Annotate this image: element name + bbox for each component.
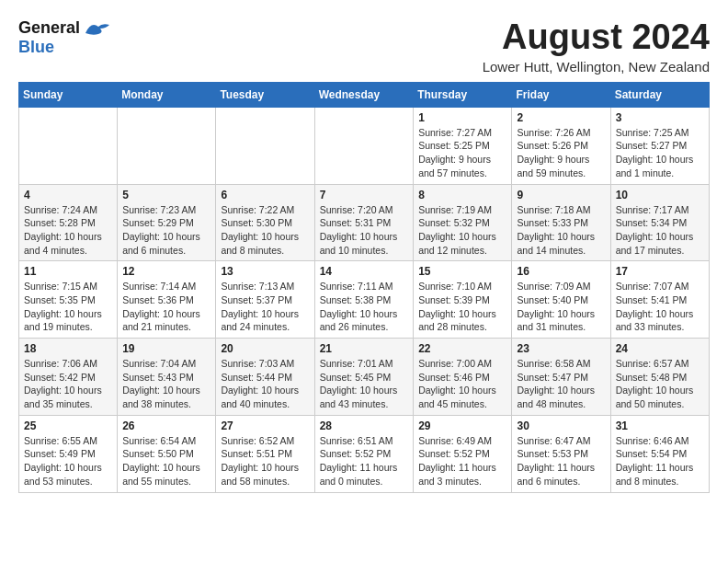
- calendar-cell: 30Sunrise: 6:47 AM Sunset: 5:53 PM Dayli…: [512, 415, 610, 492]
- title-area: August 2024 Lower Hutt, Wellington, New …: [483, 18, 710, 75]
- day-number: 29: [418, 419, 506, 432]
- calendar-cell: 14Sunrise: 7:11 AM Sunset: 5:38 PM Dayli…: [314, 261, 414, 339]
- calendar-cell: 13Sunrise: 7:13 AM Sunset: 5:37 PM Dayli…: [216, 261, 314, 339]
- calendar-cell: 18Sunrise: 7:06 AM Sunset: 5:42 PM Dayli…: [19, 339, 118, 416]
- calendar-week-2: 4Sunrise: 7:24 AM Sunset: 5:28 PM Daylig…: [19, 184, 710, 261]
- day-number: 14: [320, 265, 409, 278]
- weekday-header-friday: Friday: [512, 82, 610, 107]
- location-title: Lower Hutt, Wellington, New Zealand: [483, 59, 710, 75]
- day-number: 25: [24, 419, 112, 432]
- calendar-table: SundayMondayTuesdayWednesdayThursdayFrid…: [18, 82, 710, 493]
- day-info: Sunrise: 6:49 AM Sunset: 5:52 PM Dayligh…: [418, 434, 506, 488]
- calendar-cell: 1Sunrise: 7:27 AM Sunset: 5:25 PM Daylig…: [414, 107, 512, 184]
- logo-general-text: General: [18, 18, 80, 38]
- day-number: 12: [122, 265, 210, 278]
- day-number: 7: [320, 189, 409, 201]
- day-info: Sunrise: 6:51 AM Sunset: 5:52 PM Dayligh…: [320, 434, 409, 488]
- day-info: Sunrise: 7:20 AM Sunset: 5:31 PM Dayligh…: [320, 203, 409, 258]
- day-number: 15: [418, 265, 506, 278]
- calendar-cell: [118, 107, 216, 184]
- weekday-header-row: SundayMondayTuesdayWednesdayThursdayFrid…: [19, 82, 710, 107]
- day-info: Sunrise: 7:00 AM Sunset: 5:46 PM Dayligh…: [418, 357, 506, 411]
- calendar-cell: [216, 107, 314, 184]
- weekday-header-saturday: Saturday: [610, 82, 709, 107]
- calendar-cell: 20Sunrise: 7:03 AM Sunset: 5:44 PM Dayli…: [216, 339, 314, 416]
- calendar-cell: 19Sunrise: 7:04 AM Sunset: 5:43 PM Dayli…: [118, 339, 216, 416]
- day-number: 9: [517, 189, 605, 201]
- day-info: Sunrise: 7:13 AM Sunset: 5:37 PM Dayligh…: [221, 280, 309, 334]
- calendar-cell: 29Sunrise: 6:49 AM Sunset: 5:52 PM Dayli…: [414, 415, 512, 492]
- day-number: 26: [122, 419, 210, 432]
- day-info: Sunrise: 7:26 AM Sunset: 5:26 PM Dayligh…: [517, 126, 605, 180]
- day-info: Sunrise: 6:47 AM Sunset: 5:53 PM Dayligh…: [517, 434, 605, 488]
- calendar-cell: 12Sunrise: 7:14 AM Sunset: 5:36 PM Dayli…: [118, 261, 216, 339]
- day-number: 20: [221, 342, 309, 355]
- day-info: Sunrise: 7:14 AM Sunset: 5:36 PM Dayligh…: [122, 280, 210, 334]
- calendar-cell: 11Sunrise: 7:15 AM Sunset: 5:35 PM Dayli…: [19, 261, 118, 339]
- day-info: Sunrise: 7:10 AM Sunset: 5:39 PM Dayligh…: [418, 280, 506, 334]
- day-info: Sunrise: 7:01 AM Sunset: 5:45 PM Dayligh…: [320, 357, 409, 411]
- day-number: 19: [122, 342, 210, 355]
- day-info: Sunrise: 7:11 AM Sunset: 5:38 PM Dayligh…: [320, 280, 409, 334]
- calendar-cell: 2Sunrise: 7:26 AM Sunset: 5:26 PM Daylig…: [512, 107, 610, 184]
- calendar-cell: 26Sunrise: 6:54 AM Sunset: 5:50 PM Dayli…: [118, 415, 216, 492]
- day-info: Sunrise: 6:46 AM Sunset: 5:54 PM Dayligh…: [616, 434, 704, 488]
- day-number: 28: [320, 419, 409, 432]
- day-info: Sunrise: 6:58 AM Sunset: 5:47 PM Dayligh…: [517, 357, 605, 411]
- day-info: Sunrise: 7:04 AM Sunset: 5:43 PM Dayligh…: [122, 357, 210, 411]
- calendar-cell: 21Sunrise: 7:01 AM Sunset: 5:45 PM Dayli…: [314, 339, 414, 416]
- calendar-cell: 24Sunrise: 6:57 AM Sunset: 5:48 PM Dayli…: [610, 339, 709, 416]
- calendar-week-3: 11Sunrise: 7:15 AM Sunset: 5:35 PM Dayli…: [19, 261, 710, 339]
- day-number: 27: [221, 419, 309, 432]
- day-number: 6: [221, 189, 309, 201]
- day-info: Sunrise: 7:06 AM Sunset: 5:42 PM Dayligh…: [24, 357, 112, 411]
- header: General Blue August 2024 Lower Hutt, Wel…: [18, 18, 710, 75]
- calendar-cell: 23Sunrise: 6:58 AM Sunset: 5:47 PM Dayli…: [512, 339, 610, 416]
- calendar-cell: 15Sunrise: 7:10 AM Sunset: 5:39 PM Dayli…: [414, 261, 512, 339]
- logo-blue-text: Blue: [18, 38, 54, 57]
- calendar-cell: 28Sunrise: 6:51 AM Sunset: 5:52 PM Dayli…: [314, 415, 414, 492]
- calendar-cell: 4Sunrise: 7:24 AM Sunset: 5:28 PM Daylig…: [19, 184, 118, 261]
- calendar-cell: 10Sunrise: 7:17 AM Sunset: 5:34 PM Dayli…: [610, 184, 709, 261]
- logo: General Blue: [18, 18, 113, 57]
- calendar-cell: 27Sunrise: 6:52 AM Sunset: 5:51 PM Dayli…: [216, 415, 314, 492]
- calendar-cell: 17Sunrise: 7:07 AM Sunset: 5:41 PM Dayli…: [610, 261, 709, 339]
- day-info: Sunrise: 6:57 AM Sunset: 5:48 PM Dayligh…: [616, 357, 704, 411]
- day-number: 4: [24, 189, 112, 201]
- day-number: 5: [122, 189, 210, 201]
- day-number: 21: [320, 342, 409, 355]
- day-info: Sunrise: 6:54 AM Sunset: 5:50 PM Dayligh…: [122, 434, 210, 488]
- day-number: 13: [221, 265, 309, 278]
- weekday-header-tuesday: Tuesday: [216, 82, 314, 107]
- calendar-cell: 25Sunrise: 6:55 AM Sunset: 5:49 PM Dayli…: [19, 415, 118, 492]
- calendar-cell: 9Sunrise: 7:18 AM Sunset: 5:33 PM Daylig…: [512, 184, 610, 261]
- day-number: 1: [418, 111, 506, 124]
- calendar-week-1: 1Sunrise: 7:27 AM Sunset: 5:25 PM Daylig…: [19, 107, 710, 184]
- day-info: Sunrise: 7:18 AM Sunset: 5:33 PM Dayligh…: [517, 203, 605, 258]
- day-info: Sunrise: 7:03 AM Sunset: 5:44 PM Dayligh…: [221, 357, 309, 411]
- calendar-cell: 22Sunrise: 7:00 AM Sunset: 5:46 PM Dayli…: [414, 339, 512, 416]
- calendar-week-4: 18Sunrise: 7:06 AM Sunset: 5:42 PM Dayli…: [19, 339, 710, 416]
- calendar-cell: 6Sunrise: 7:22 AM Sunset: 5:30 PM Daylig…: [216, 184, 314, 261]
- day-number: 30: [517, 419, 605, 432]
- day-number: 24: [616, 342, 704, 355]
- calendar-cell: 16Sunrise: 7:09 AM Sunset: 5:40 PM Dayli…: [512, 261, 610, 339]
- day-number: 23: [517, 342, 605, 355]
- weekday-header-thursday: Thursday: [414, 82, 512, 107]
- day-number: 3: [616, 111, 704, 124]
- day-info: Sunrise: 7:17 AM Sunset: 5:34 PM Dayligh…: [616, 203, 704, 258]
- calendar-cell: 3Sunrise: 7:25 AM Sunset: 5:27 PM Daylig…: [610, 107, 709, 184]
- day-number: 17: [616, 265, 704, 278]
- weekday-header-wednesday: Wednesday: [314, 82, 414, 107]
- calendar-cell: [19, 107, 118, 184]
- weekday-header-monday: Monday: [118, 82, 216, 107]
- day-number: 8: [418, 189, 506, 201]
- day-info: Sunrise: 7:22 AM Sunset: 5:30 PM Dayligh…: [221, 203, 309, 258]
- day-info: Sunrise: 6:55 AM Sunset: 5:49 PM Dayligh…: [24, 434, 112, 488]
- day-info: Sunrise: 7:23 AM Sunset: 5:29 PM Dayligh…: [122, 203, 210, 258]
- weekday-header-sunday: Sunday: [19, 82, 118, 107]
- day-info: Sunrise: 7:07 AM Sunset: 5:41 PM Dayligh…: [616, 280, 704, 334]
- day-number: 16: [517, 265, 605, 278]
- day-info: Sunrise: 7:15 AM Sunset: 5:35 PM Dayligh…: [24, 280, 112, 334]
- day-number: 18: [24, 342, 112, 355]
